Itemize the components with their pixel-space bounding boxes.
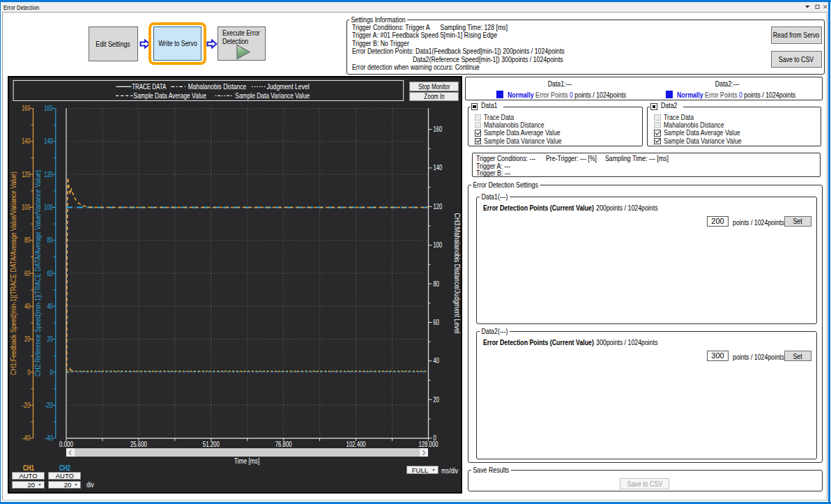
svg-text:120: 120: [21, 171, 30, 178]
svg-text:76.800: 76.800: [275, 440, 291, 448]
svg-text:80: 80: [47, 236, 53, 244]
svg-text:51.200: 51.200: [202, 440, 219, 448]
svg-text:120: 120: [44, 171, 53, 178]
svg-text:60: 60: [433, 319, 439, 326]
svg-text:-20: -20: [44, 402, 52, 409]
svg-text:20: 20: [24, 335, 31, 343]
svg-text:Mahalanobis Distance: Mahalanobis Distance: [188, 82, 246, 91]
svg-text:20: 20: [47, 335, 53, 343]
svg-text:Sample Data Average Value: Sample Data Average Value: [133, 91, 206, 100]
svg-text:140: 140: [433, 164, 442, 171]
svg-text:160: 160: [433, 125, 442, 133]
svg-text:0: 0: [433, 434, 436, 442]
svg-text:25.600: 25.600: [130, 440, 146, 448]
svg-text:CH2:Reference Speed[min-1](TRA: CH2:Reference Speed[min-1](TRACE DATA/Av…: [34, 170, 42, 376]
svg-text:120: 120: [433, 203, 442, 211]
svg-text:20: 20: [433, 396, 439, 404]
svg-text:60: 60: [47, 269, 53, 277]
svg-text:100: 100: [21, 204, 30, 211]
svg-text:-20: -20: [22, 402, 30, 409]
svg-text:102.400: 102.400: [346, 440, 365, 448]
svg-text:Judgment Level: Judgment Level: [266, 82, 309, 91]
svg-text:CH3:Mahalanobis Distance/Judgm: CH3:Mahalanobis Distance/Judgment Level: [452, 213, 460, 333]
svg-text:40: 40: [433, 357, 439, 365]
svg-text:40: 40: [47, 303, 53, 310]
svg-text:CH1:Feedback Speed[min-1](TRAC: CH1:Feedback Speed[min-1](TRACE DATA/Ave…: [10, 171, 17, 375]
svg-text:80: 80: [24, 236, 31, 244]
svg-text:100: 100: [433, 241, 442, 249]
svg-text:140: 140: [44, 137, 53, 145]
svg-text:160: 160: [44, 105, 53, 112]
svg-text:-40: -40: [44, 434, 52, 442]
svg-text:80: 80: [433, 280, 439, 287]
svg-text:Sample Data Variance Value: Sample Data Variance Value: [235, 91, 310, 100]
svg-text:-40: -40: [22, 434, 30, 442]
svg-text:100: 100: [44, 204, 53, 211]
svg-text:0: 0: [49, 368, 53, 376]
svg-text:160: 160: [21, 105, 30, 112]
svg-text:0: 0: [27, 368, 31, 376]
svg-text:40: 40: [24, 303, 31, 310]
svg-text:60: 60: [24, 269, 31, 277]
svg-text:0.000: 0.000: [59, 440, 73, 448]
svg-text:TRACE DATA: TRACE DATA: [132, 82, 166, 91]
svg-text:140: 140: [21, 137, 30, 145]
